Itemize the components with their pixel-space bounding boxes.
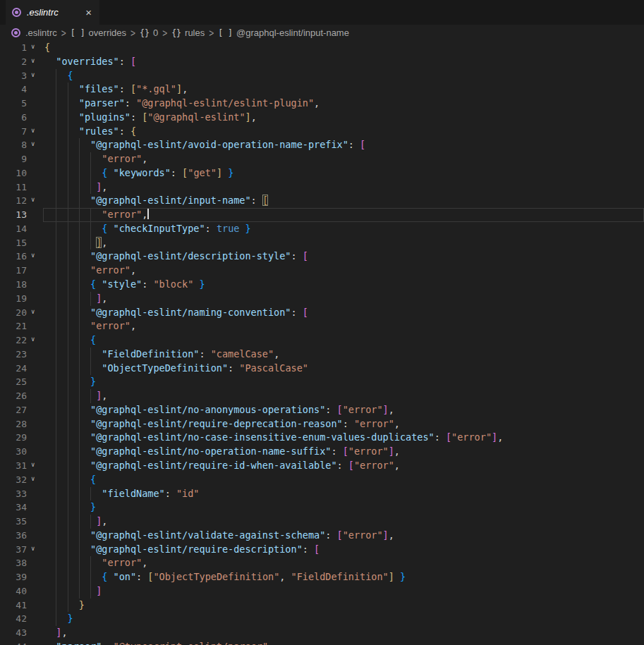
- line-number[interactable]: 14: [0, 222, 27, 236]
- fold-chevron-icon[interactable]: ∨: [31, 333, 35, 347]
- code-line-22[interactable]: 22∨ {: [0, 333, 644, 348]
- code-line-18[interactable]: 18 { "style": "block" }: [0, 278, 644, 292]
- code-line-3[interactable]: 3∨ {: [0, 69, 644, 83]
- line-number[interactable]: 2: [0, 55, 27, 69]
- code-line-35[interactable]: 35 ],: [0, 515, 644, 529]
- breadcrumb-item--eslintrc[interactable]: .eslintrc: [11, 27, 57, 38]
- line-number[interactable]: 16: [0, 250, 27, 264]
- code-line-13[interactable]: 13 "error",: [0, 208, 644, 222]
- line-number[interactable]: 11: [0, 180, 27, 195]
- fold-chevron-icon[interactable]: ∨: [31, 305, 35, 319]
- code-line-11[interactable]: 11 ],: [0, 180, 644, 195]
- line-number[interactable]: 10: [0, 166, 27, 180]
- code-line-32[interactable]: 32∨ {: [0, 473, 644, 487]
- line-number[interactable]: 18: [0, 278, 27, 292]
- line-number[interactable]: 37: [0, 543, 27, 557]
- code-line-34[interactable]: 34 }: [0, 500, 644, 515]
- line-number[interactable]: 43: [0, 626, 27, 640]
- breadcrumb-item-overrides[interactable]: [ ]overrides: [71, 27, 126, 38]
- code-line-5[interactable]: 5 "parser": "@graphql-eslint/eslint-plug…: [0, 97, 644, 111]
- line-number[interactable]: 28: [0, 417, 27, 431]
- code-line-28[interactable]: 28 "@graphql-eslint/require-deprecation-…: [0, 417, 644, 431]
- code-line-12[interactable]: 12∨ "@graphql-eslint/input-name": [: [0, 194, 644, 208]
- line-number[interactable]: 13: [0, 208, 27, 222]
- line-number[interactable]: 26: [0, 389, 27, 403]
- line-number[interactable]: 44: [0, 640, 27, 645]
- line-number[interactable]: 6: [0, 111, 27, 125]
- code-line-44[interactable]: 44 "parser": "@typescript-eslint/parser": [0, 640, 644, 645]
- line-number[interactable]: 19: [0, 292, 27, 306]
- line-number[interactable]: 42: [0, 612, 27, 626]
- code-line-1[interactable]: 1∨{: [0, 41, 644, 55]
- code-line-31[interactable]: 31∨ "@graphql-eslint/require-id-when-ava…: [0, 459, 644, 473]
- code-line-42[interactable]: 42 }: [0, 612, 644, 626]
- code-line-29[interactable]: 29 "@graphql-eslint/no-case-insensitive-…: [0, 431, 644, 445]
- code-line-37[interactable]: 37∨ "@graphql-eslint/require-description…: [0, 543, 644, 557]
- code-line-24[interactable]: 24 "ObjectTypeDefinition": "PascalCase": [0, 362, 644, 376]
- line-number[interactable]: 39: [0, 570, 27, 584]
- line-number[interactable]: 9: [0, 152, 27, 166]
- line-number[interactable]: 25: [0, 375, 27, 389]
- fold-chevron-icon[interactable]: ∨: [31, 542, 35, 556]
- fold-chevron-icon[interactable]: ∨: [31, 193, 35, 207]
- line-number[interactable]: 1: [0, 41, 27, 55]
- code-line-7[interactable]: 7∨ "rules": {: [0, 125, 644, 139]
- line-number[interactable]: 20: [0, 306, 27, 320]
- line-number[interactable]: 34: [0, 500, 27, 515]
- line-number[interactable]: 5: [0, 97, 27, 111]
- code-line-19[interactable]: 19 ],: [0, 292, 644, 306]
- line-number[interactable]: 8: [0, 138, 27, 152]
- line-number[interactable]: 24: [0, 362, 27, 376]
- fold-chevron-icon[interactable]: ∨: [31, 458, 35, 472]
- code-line-9[interactable]: 9 "error",: [0, 152, 644, 166]
- code-line-38[interactable]: 38 "error",: [0, 556, 644, 570]
- code-line-33[interactable]: 33 "fieldName": "id": [0, 487, 644, 501]
- line-number[interactable]: 4: [0, 82, 27, 97]
- code-line-6[interactable]: 6 "plugins": ["@graphql-eslint"],: [0, 111, 644, 125]
- code-line-39[interactable]: 39 { "on": ["ObjectTypeDefinition", "Fie…: [0, 570, 644, 584]
- code-line-15[interactable]: 15 ],: [0, 236, 644, 250]
- breadcrumb-item-0[interactable]: {}0: [140, 27, 158, 38]
- code-line-21[interactable]: 21 "error",: [0, 319, 644, 333]
- line-number[interactable]: 3: [0, 69, 27, 83]
- code-line-14[interactable]: 14 { "checkInputType": true }: [0, 222, 644, 236]
- line-number[interactable]: 38: [0, 556, 27, 570]
- line-number[interactable]: 29: [0, 431, 27, 445]
- line-number[interactable]: 36: [0, 529, 27, 543]
- fold-chevron-icon[interactable]: ∨: [31, 249, 35, 263]
- code-line-27[interactable]: 27 "@graphql-eslint/no-anonymous-operati…: [0, 403, 644, 417]
- close-icon[interactable]: ×: [83, 6, 94, 18]
- fold-chevron-icon[interactable]: ∨: [31, 41, 35, 54]
- line-number[interactable]: 17: [0, 264, 27, 278]
- line-number[interactable]: 32: [0, 473, 27, 487]
- fold-chevron-icon[interactable]: ∨: [31, 54, 35, 68]
- tab-eslintrc[interactable]: .eslintrc ×: [6, 0, 99, 25]
- code-line-17[interactable]: 17 "error",: [0, 264, 644, 278]
- line-number[interactable]: 31: [0, 459, 27, 473]
- code-line-41[interactable]: 41 }: [0, 598, 644, 613]
- code-line-20[interactable]: 20∨ "@graphql-eslint/naming-convention":…: [0, 306, 644, 320]
- line-number[interactable]: 21: [0, 319, 27, 333]
- fold-chevron-icon[interactable]: ∨: [31, 124, 35, 138]
- fold-chevron-icon[interactable]: ∨: [31, 137, 35, 152]
- line-number[interactable]: 27: [0, 403, 27, 417]
- code-line-25[interactable]: 25 }: [0, 375, 644, 389]
- line-number[interactable]: 15: [0, 236, 27, 250]
- line-number[interactable]: 30: [0, 445, 27, 459]
- fold-chevron-icon[interactable]: ∨: [31, 68, 35, 82]
- code-line-23[interactable]: 23 "FieldDefinition": "camelCase",: [0, 348, 644, 362]
- editor-area[interactable]: 1∨{2∨ "overrides": [3∨ {4 "files": ["*.g…: [0, 41, 644, 645]
- code-line-43[interactable]: 43 ],: [0, 626, 644, 640]
- line-number[interactable]: 22: [0, 333, 27, 348]
- line-number[interactable]: 35: [0, 515, 27, 529]
- code-line-2[interactable]: 2∨ "overrides": [: [0, 55, 644, 69]
- line-number[interactable]: 33: [0, 487, 27, 501]
- code-line-10[interactable]: 10 { "keywords": ["get"] }: [0, 166, 644, 180]
- line-number[interactable]: 7: [0, 125, 27, 139]
- breadcrumb-item-rules[interactable]: {}rules: [171, 27, 205, 38]
- code-line-30[interactable]: 30 "@graphql-eslint/no-operation-name-su…: [0, 445, 644, 459]
- line-number[interactable]: 23: [0, 348, 27, 362]
- code-line-40[interactable]: 40 ]: [0, 584, 644, 598]
- line-number[interactable]: 12: [0, 194, 27, 208]
- code-line-16[interactable]: 16∨ "@graphql-eslint/description-style":…: [0, 250, 644, 264]
